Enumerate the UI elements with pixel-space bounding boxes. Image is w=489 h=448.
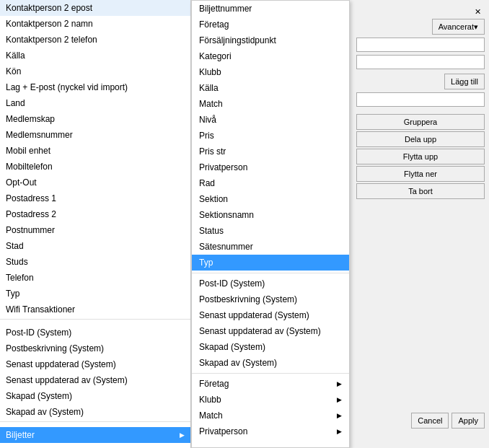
mid-item[interactable]: Försäljningstidpunkt — [192, 32, 349, 48]
close-button[interactable]: ✕ — [472, 6, 483, 17]
left-item[interactable]: Lag + E-post (nyckel vid import) — [0, 79, 190, 95]
left-item[interactable]: Postnummer — [0, 222, 190, 238]
left-item[interactable]: Kön — [0, 63, 190, 79]
left-item-label: Land — [6, 98, 25, 108]
right-panel-input-1[interactable] — [356, 38, 485, 52]
left-item[interactable]: Senast uppdaterad (System) — [0, 356, 190, 372]
gruppera-button[interactable]: Gruppera — [356, 114, 485, 130]
left-item[interactable]: Telefon — [0, 270, 190, 286]
mid-item[interactable]: Privatperson▶ — [192, 423, 349, 439]
mid-item[interactable]: Pris — [192, 128, 349, 144]
left-separator — [0, 421, 190, 426]
apply-button[interactable]: Apply — [451, 413, 485, 429]
mid-item[interactable]: Skapad av (System) — [192, 355, 349, 371]
left-item[interactable]: Wifi Transaktioner — [0, 302, 190, 317]
mid-item[interactable]: Företag▶ — [192, 376, 349, 392]
mid-item-label: Källa — [199, 83, 219, 93]
left-item[interactable]: Kontaktperson 2 namn — [0, 16, 190, 32]
mid-item[interactable]: Kategori — [192, 48, 349, 64]
left-item[interactable]: Studs — [0, 254, 190, 270]
left-item[interactable]: Biljetter▶ — [0, 427, 190, 443]
left-item-label: Mobil enhet — [6, 146, 50, 156]
left-item[interactable]: Stad — [0, 238, 190, 254]
flytta-ner-button[interactable]: Flytta ner — [356, 166, 485, 182]
mid-item[interactable]: Postbeskrivning (System) — [192, 291, 349, 307]
mid-separator — [192, 273, 349, 273]
left-item[interactable]: Medlemskap — [0, 111, 190, 127]
left-item-label: Mobiltelefon — [6, 162, 53, 172]
bottom-buttons: Cancel Apply — [356, 413, 485, 429]
left-item[interactable]: Postadress 1 — [0, 190, 190, 206]
left-item[interactable]: Skapad (System) — [0, 388, 190, 404]
mid-item[interactable]: Källa — [192, 80, 349, 96]
mid-item[interactable]: Biljettnummer — [192, 1, 349, 17]
mid-item[interactable]: Match — [192, 96, 349, 112]
left-item[interactable]: Mobil enhet — [0, 143, 190, 159]
dela-upp-button[interactable]: Dela upp — [356, 131, 485, 147]
left-item-label: Kontaktperson 2 telefon — [6, 35, 97, 45]
left-item[interactable]: Senast uppdaterad av (System) — [0, 372, 190, 388]
mid-item[interactable]: Rad — [192, 175, 349, 191]
left-item[interactable]: Skapad av (System) — [0, 404, 190, 420]
left-item-label: Kontaktperson 2 namn — [6, 19, 93, 29]
mid-item[interactable]: Senast uppdaterad av (System) — [192, 323, 349, 339]
left-item[interactable]: Kontaktperson 2 epost — [0, 0, 190, 16]
mid-item-label: Privatperson — [199, 162, 247, 172]
mid-item-label: Pris str — [199, 146, 226, 157]
left-item-label: Skapad av (System) — [6, 407, 84, 417]
mid-item[interactable]: Typ — [192, 255, 349, 271]
mid-item-label: Skapad av (System) — [199, 358, 277, 368]
mid-item[interactable]: Skapad (System) — [192, 339, 349, 355]
mid-item[interactable]: Privatperson — [192, 159, 349, 175]
left-item-label: Wifi Transaktioner — [6, 304, 75, 315]
left-item-label: Studs — [6, 257, 28, 267]
left-item[interactable]: Postbeskrivning (System) — [0, 341, 190, 356]
lagg-till-button[interactable]: Lägg till — [444, 74, 485, 89]
left-item[interactable]: Typ — [0, 286, 190, 302]
mid-item[interactable]: Pris str — [192, 144, 349, 159]
left-item[interactable]: Post-ID (System) — [0, 325, 190, 341]
left-item[interactable]: Land — [0, 95, 190, 111]
mid-item-label: Biljettnummer — [199, 4, 252, 14]
mid-item[interactable]: Klubb▶ — [192, 392, 349, 408]
left-item-label: Opt-Out — [6, 177, 37, 188]
right-panel-input-2[interactable] — [356, 55, 485, 69]
mid-item-label: Försäljningstidpunkt — [199, 35, 276, 45]
mid-item[interactable]: Klubb — [192, 64, 349, 80]
mid-item-label: Senast uppdaterad (System) — [199, 310, 309, 320]
mid-item[interactable]: Nivå — [192, 112, 349, 128]
arrow-icon: ▶ — [180, 429, 185, 442]
mid-item[interactable]: Företag — [192, 17, 349, 32]
cancel-button[interactable]: Cancel — [411, 413, 449, 429]
mid-item[interactable]: Sätesnummer — [192, 239, 349, 255]
mid-item[interactable]: Match▶ — [192, 408, 349, 423]
left-item[interactable]: Opt-Out — [0, 175, 190, 190]
group-buttons: Gruppera Dela upp Flytta upp Flytta ner … — [356, 114, 485, 199]
left-item-label: Biljetter — [6, 429, 35, 442]
flytta-upp-button[interactable]: Flytta upp — [356, 149, 485, 164]
left-item[interactable]: Postadress 2 — [0, 206, 190, 222]
left-item[interactable]: Kontaktperson 2 telefon — [0, 32, 190, 48]
left-item[interactable]: Källa — [0, 48, 190, 63]
mid-item[interactable]: Senast uppdaterad (System) — [192, 307, 349, 323]
left-item[interactable]: Medlemsnummer — [0, 127, 190, 143]
left-item-label: Typ — [6, 289, 19, 299]
mid-item[interactable]: Sektion — [192, 191, 349, 207]
mid-item-label: Status — [199, 226, 224, 236]
ta-bort-button[interactable]: Ta bort — [356, 183, 485, 199]
mid-item-label: Post-ID (System) — [199, 278, 265, 289]
left-item-label: Postadress 2 — [6, 209, 56, 219]
mid-item-label: Rad — [199, 178, 215, 188]
mid-item-label: Klubb — [199, 393, 221, 406]
arrow-icon: ▶ — [337, 377, 342, 390]
mid-item[interactable]: Sektionsnamn — [192, 207, 349, 223]
mid-item-label: Postbeskrivning (System) — [199, 294, 297, 304]
mid-item[interactable]: Status — [192, 223, 349, 239]
mid-item-label: Privatperson — [199, 425, 247, 438]
arrow-icon: ▶ — [337, 425, 342, 438]
left-item-label: Senast uppdaterad (System) — [6, 359, 116, 369]
avancerat-button[interactable]: Avancerat▾ — [432, 19, 485, 35]
left-item[interactable]: Mobiltelefon — [0, 159, 190, 175]
right-panel-list[interactable] — [356, 92, 485, 107]
mid-item[interactable]: Post-ID (System) — [192, 276, 349, 291]
